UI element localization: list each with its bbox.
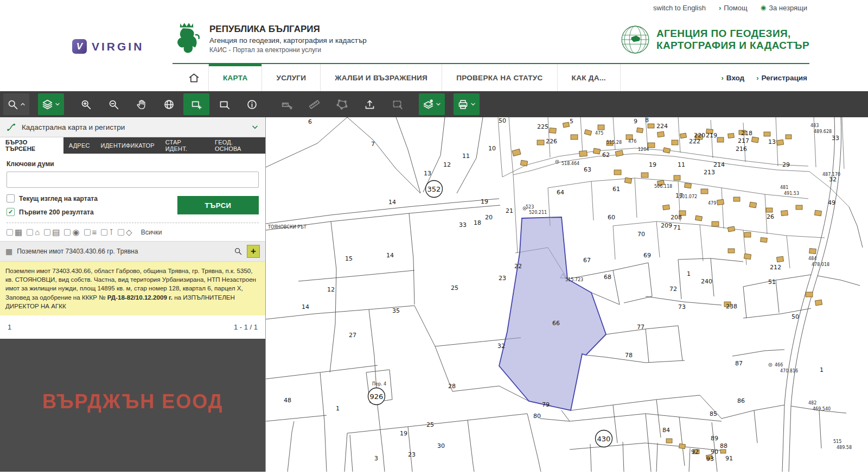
- switch-language-link[interactable]: switch to English: [653, 4, 706, 12]
- home-button[interactable]: [179, 64, 209, 91]
- current-page[interactable]: 1: [8, 323, 11, 331]
- order-number: РД-18-82/10.12.2009 г.: [107, 294, 173, 301]
- accessibility-link[interactable]: ◉За незрящи: [761, 4, 807, 12]
- svg-text:85: 85: [710, 410, 717, 417]
- tab-ГЕОД. ОСНОВА[interactable]: ГЕОД. ОСНОВА: [209, 137, 265, 154]
- zoom-in-icon: [80, 99, 92, 110]
- filter-buildings[interactable]: ▤: [44, 228, 60, 236]
- register-link[interactable]: ›Регистрация: [756, 74, 807, 82]
- pagination: 1 1 - 1 / 1: [0, 315, 265, 339]
- ruler-icon: [309, 99, 320, 110]
- layer-select-dropdown[interactable]: Кадастрална карта и регистри: [0, 117, 265, 137]
- pan-button[interactable]: [128, 93, 154, 115]
- zoom-out-button[interactable]: [100, 93, 126, 115]
- search-button[interactable]: ТЪРСИ: [177, 196, 259, 214]
- identify-button[interactable]: [239, 93, 265, 115]
- nav-item-ПРОВЕРКА НА СТАТУС[interactable]: ПРОВЕРКА НА СТАТУС: [442, 64, 557, 91]
- zoom-to-extent-button[interactable]: [211, 93, 237, 115]
- layers-menu-button[interactable]: [38, 93, 64, 115]
- filter-geodetic[interactable]: ⊺: [101, 228, 113, 236]
- agkk-globe-icon: [620, 24, 651, 55]
- select-area-button[interactable]: [183, 93, 209, 115]
- svg-text:216: 216: [736, 145, 747, 153]
- search-panel-toggle-button[interactable]: [3, 93, 29, 115]
- search-sidebar: Кадастрална карта и регистри БЪРЗО ТЪРСЕ…: [0, 117, 266, 472]
- map-canvas[interactable]: 352926430 671011121314192133182015142223…: [266, 117, 868, 472]
- help-link[interactable]: ›Помощ: [719, 4, 748, 12]
- result-list-item[interactable]: ▦ Поземлен имот 73403.430.66 гр. Трявна …: [0, 241, 265, 262]
- svg-text:91: 91: [725, 455, 733, 462]
- layer-select-value: Кадастрална карта и регистри: [22, 123, 125, 131]
- zoom-to-result-icon[interactable]: [234, 247, 242, 256]
- chevron-up-icon: [20, 101, 26, 107]
- measure-select-button[interactable]: [273, 93, 299, 115]
- svg-text:23: 23: [408, 451, 416, 458]
- print-button[interactable]: [454, 93, 480, 115]
- svg-text:79: 79: [542, 401, 550, 408]
- globe-icon: [163, 99, 175, 110]
- svg-text:9: 9: [634, 118, 637, 125]
- keywords-input[interactable]: [7, 172, 259, 188]
- nav-item-УСЛУГИ[interactable]: УСЛУГИ: [262, 64, 321, 91]
- current-view-checkbox-row[interactable]: Текущ изглед на картата: [7, 194, 98, 202]
- svg-text:14: 14: [388, 199, 396, 206]
- nav-items: КАРТАУСЛУГИЖАЛБИ И ВЪЗРАЖЕНИЯПРОВЕРКА НА…: [209, 64, 621, 91]
- add-result-button[interactable]: +: [247, 245, 260, 258]
- filter-parcels[interactable]: ▦: [7, 228, 22, 236]
- svg-text:35: 35: [392, 307, 400, 314]
- svg-text:60: 60: [608, 214, 615, 221]
- svg-text:18: 18: [474, 219, 481, 226]
- map-info-layers-button[interactable]: [419, 93, 445, 115]
- svg-text:19: 19: [649, 161, 656, 168]
- agkk-logo-block[interactable]: АГЕНЦИЯ ПО ГЕОДЕЗИЯ, КАРТОГРАФИЯ И КАДАС…: [620, 24, 809, 55]
- virgin-logo-text: VIRGIN: [92, 40, 144, 53]
- checkbox[interactable]: [84, 229, 91, 236]
- main-content: Кадастрална карта и регистри БЪРЗО ТЪРСЕ…: [0, 117, 868, 472]
- tab-АДРЕС[interactable]: АДРЕС: [63, 137, 95, 154]
- header: V VIRGIN РЕПУБЛИКА БЪЛГАРИЯ Агенция по г…: [0, 15, 868, 64]
- full-extent-button[interactable]: [156, 93, 182, 115]
- svg-text:470.816: 470.816: [780, 369, 798, 373]
- checkbox-unchecked[interactable]: [7, 194, 15, 202]
- svg-text:68: 68: [604, 274, 611, 281]
- checkbox[interactable]: [101, 229, 107, 236]
- svg-text:33: 33: [832, 135, 839, 142]
- arrow-icon: ›: [721, 74, 723, 82]
- selection-tool-button[interactable]: [384, 93, 410, 115]
- svg-text:48: 48: [284, 397, 291, 404]
- checkbox-checked[interactable]: ✓: [7, 208, 15, 216]
- result-title: Поземлен имот 73403.430.66 гр. Трявна: [17, 248, 229, 255]
- tab-БЪРЗО ТЪРСЕНЕ[interactable]: БЪРЗО ТЪРСЕНЕ: [0, 137, 63, 154]
- highlighted-parcel-66[interactable]: [499, 217, 606, 410]
- filter-points[interactable]: ◉: [64, 228, 79, 236]
- filter-addresses[interactable]: ⌂: [27, 228, 40, 236]
- tab-СТАР ИДЕНТ.[interactable]: СТАР ИДЕНТ.: [160, 137, 209, 154]
- filter-layers[interactable]: ≡: [84, 228, 97, 236]
- checkbox[interactable]: [7, 229, 13, 236]
- measure-distance-button[interactable]: [301, 93, 327, 115]
- nav-item-КАК ДА...[interactable]: КАК ДА...: [558, 64, 621, 91]
- svg-text:484: 484: [808, 256, 816, 261]
- government-logo-block[interactable]: РЕПУБЛИКА БЪЛГАРИЯ Агенция по геодезия, …: [173, 21, 367, 56]
- svg-text:520.211: 520.211: [529, 210, 547, 215]
- filter-all-label[interactable]: Всички: [141, 229, 162, 236]
- svg-text:93: 93: [706, 455, 714, 463]
- zoom-in-button[interactable]: [73, 93, 99, 115]
- sidebar-tabs: БЪРЗО ТЪРСЕНЕАДРЕСИДЕНТИФИКАТОРСТАР ИДЕН…: [0, 137, 265, 154]
- checkbox[interactable]: [44, 229, 50, 236]
- measure-area-button[interactable]: [329, 93, 355, 115]
- nav-item-КАРТА[interactable]: КАРТА: [209, 64, 262, 91]
- filter-zones[interactable]: ◇: [118, 228, 132, 236]
- login-link[interactable]: ›Вход: [721, 74, 744, 82]
- eye-icon: ◉: [761, 4, 766, 11]
- nav-item-ЖАЛБИ И ВЪЗРАЖЕНИЯ[interactable]: ЖАЛБИ И ВЪЗРАЖЕНИЯ: [321, 64, 442, 91]
- checkbox[interactable]: [64, 229, 71, 236]
- upload-button[interactable]: [356, 93, 382, 115]
- tab-ИДЕНТИФИКАТОР[interactable]: ИДЕНТИФИКАТОР: [95, 137, 160, 154]
- arrow-icon: ›: [719, 4, 721, 12]
- first-200-checkbox-row[interactable]: ✓ Първите 200 резултата: [7, 208, 98, 216]
- checkbox[interactable]: [27, 229, 33, 236]
- checkbox[interactable]: [118, 229, 124, 236]
- svg-text:ТОЯНОВСКИ РЪТ: ТОЯНОВСКИ РЪТ: [267, 225, 307, 230]
- virgin-logo[interactable]: V VIRGIN: [72, 39, 144, 54]
